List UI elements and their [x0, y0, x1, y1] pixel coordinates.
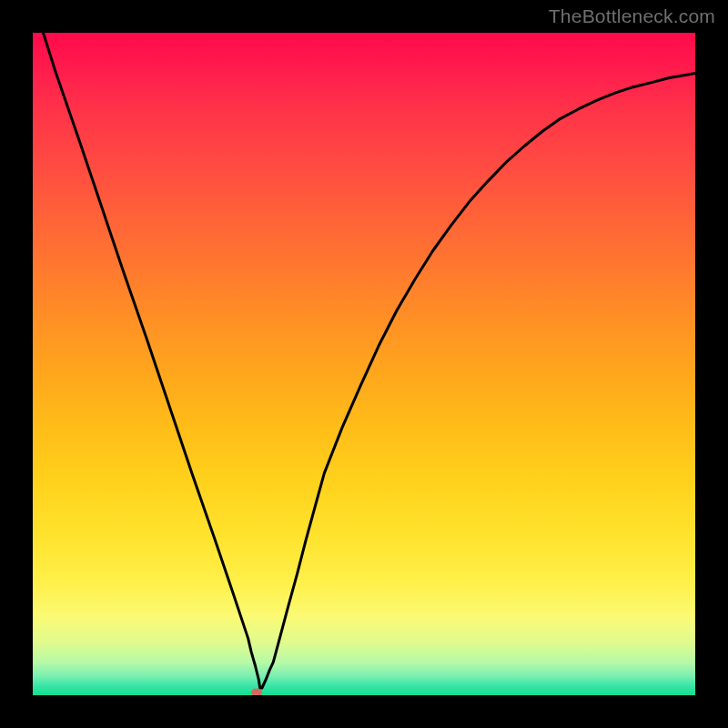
bottleneck-curve — [33, 33, 695, 695]
vertex-marker — [251, 689, 262, 696]
plot-area — [33, 33, 695, 695]
watermark-text: TheBottleneck.com — [549, 5, 715, 27]
chart-frame: TheBottleneck.com — [0, 0, 728, 728]
